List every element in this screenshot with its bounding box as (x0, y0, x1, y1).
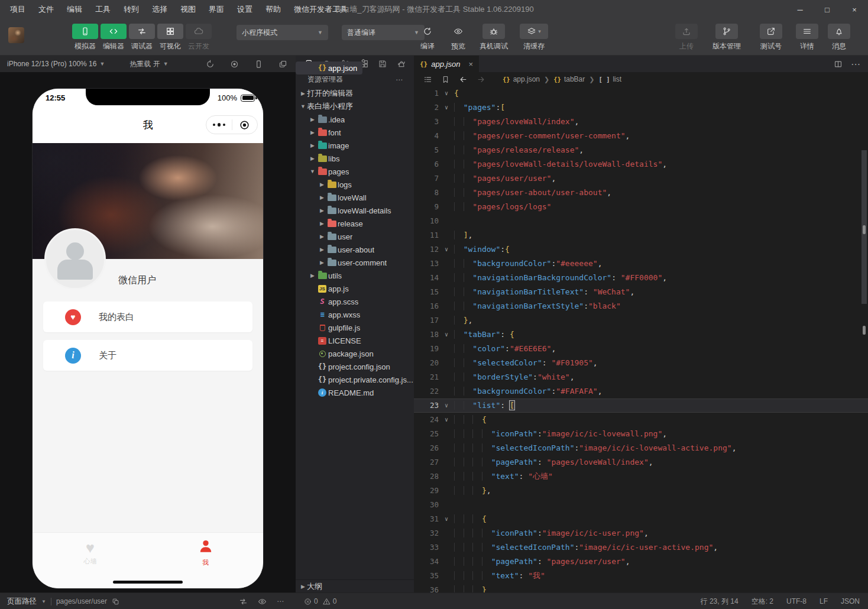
code-line-5[interactable]: 5 "pages/release/release", (414, 143, 868, 157)
tree-item-loveWall-details[interactable]: ▶loveWall-details (296, 204, 414, 217)
tree-item-app.json[interactable]: {}app.json (296, 61, 362, 74)
toolbar-button-消息[interactable]: 消息 (825, 24, 853, 51)
chevron-right-icon[interactable]: ▶ (309, 142, 316, 148)
bookmark-icon[interactable] (441, 75, 450, 84)
phone-tab-心墙[interactable]: ♥心墙 (33, 533, 148, 573)
toolbar-action-清缓存[interactable]: ▾清缓存 (516, 24, 552, 51)
menubar-item-项目[interactable]: 项目 (4, 0, 32, 19)
close-target-icon[interactable] (232, 119, 258, 131)
code-line-1[interactable]: 1∨{ (414, 86, 868, 101)
code-line-22[interactable]: 22 "backgroundColor":"#FAFAFA", (414, 384, 868, 399)
close-button[interactable]: × (841, 0, 868, 19)
more-dots-icon[interactable] (206, 123, 232, 127)
device-select[interactable]: iPhone 12/13 (Pro) 100% 16▼ (7, 60, 105, 68)
copy-icon[interactable] (112, 598, 119, 605)
code-line-25[interactable]: 25 "iconPath":"image/ic/ic-lovewall.png"… (414, 427, 868, 441)
tree-item-user-comment[interactable]: ▶user-comment (296, 256, 414, 269)
rotate-icon[interactable] (206, 60, 215, 69)
toolbar-action-编译[interactable]: 编译 (414, 24, 441, 51)
code-area[interactable]: 1∨{2∨ "pages":[3 "pages/loveWall/index",… (414, 86, 868, 597)
menubar-item-工具[interactable]: 工具 (89, 0, 117, 19)
hot-reload-toggle[interactable]: 热重载 开▼ (129, 59, 168, 69)
encoding[interactable]: UTF-8 (786, 597, 807, 605)
toolbar-action-预览[interactable]: 预览 (445, 24, 472, 51)
tree-item-user[interactable]: ▶user (296, 230, 414, 243)
toolbar-action-真机调试[interactable]: 真机调试 (475, 24, 512, 51)
tree-item-project.private.config.js...[interactable]: {}project.private.config.js... (296, 373, 414, 386)
menu-item-我的表白[interactable]: ♥我的表白 (43, 302, 252, 332)
eye-icon[interactable] (258, 597, 267, 606)
menubar-item-转到[interactable]: 转到 (117, 0, 145, 19)
breadcrumb-item-app.json[interactable]: {}app.json (503, 75, 540, 83)
chevron-right-icon[interactable]: ▶ (318, 260, 326, 265)
tree-item-pages[interactable]: ▼pages (296, 165, 414, 178)
tree-item-loveWall[interactable]: ▶loveWall (296, 191, 414, 204)
code-line-18[interactable]: 18∨ "tabBar": { (414, 328, 868, 342)
fold-chevron-icon[interactable]: ∨ (439, 413, 454, 427)
menubar-item-选择[interactable]: 选择 (145, 0, 174, 19)
code-line-8[interactable]: 8 "pages/user-about/user-about", (414, 186, 868, 200)
close-icon[interactable]: × (468, 60, 473, 69)
chevron-right-icon[interactable]: ▶ (318, 208, 326, 213)
code-line-24[interactable]: 24∨ { (414, 413, 868, 427)
user-avatar[interactable] (8, 27, 24, 43)
tree-item-libs[interactable]: ▶libs (296, 152, 414, 165)
code-line-19[interactable]: 19 "color":"#E6E6E6", (414, 342, 868, 356)
code-line-17[interactable]: 17 }, (414, 313, 868, 328)
code-line-2[interactable]: 2∨ "pages":[ (414, 101, 868, 115)
maximize-button[interactable]: □ (814, 0, 841, 19)
chevron-right-icon[interactable]: ▶ (299, 90, 307, 96)
chevron-right-icon[interactable]: ▶ (309, 129, 316, 135)
menubar-item-文件[interactable]: 文件 (32, 0, 60, 19)
code-line-27[interactable]: 27 "pagePath": "pages/loveWall/index", (414, 455, 868, 469)
chevron-right-icon[interactable]: ▶ (318, 221, 326, 226)
tree-item-app.scss[interactable]: Sapp.scss (296, 295, 414, 308)
more-icon[interactable]: ⋯ (277, 597, 284, 605)
code-line-33[interactable]: 33 "selectedIconPath":"image/ic/ic-user-… (414, 540, 868, 555)
menubar-item-设置[interactable]: 设置 (231, 0, 259, 19)
more-icon[interactable]: ⋯ (851, 59, 861, 70)
tree-item-app.js[interactable]: JSapp.js (296, 282, 414, 295)
toolbar-button-测试号[interactable]: 测试号 (753, 24, 789, 51)
code-line-34[interactable]: 34 "pagePath": "pages/user/user", (414, 555, 868, 569)
tree-item-README.md[interactable]: iREADME.md (296, 386, 414, 399)
eol-setting[interactable]: LF (820, 597, 828, 605)
code-line-14[interactable]: 14 "navigationBarBackgroundColor": "#FF0… (414, 271, 868, 285)
chevron-down-icon[interactable]: ▼ (299, 103, 307, 109)
problems-section[interactable]: 0 0 (304, 593, 336, 609)
tree-item-package.json[interactable]: package.json (296, 347, 414, 360)
tree-item-打开的编辑器[interactable]: ▶打开的编辑器 (296, 87, 414, 100)
toolbar-button-编辑器[interactable]: 编辑器 (99, 24, 128, 51)
page-path-label[interactable]: 页面路径 (7, 597, 37, 607)
code-line-9[interactable]: 9 "pages/logs/logs" (414, 200, 868, 214)
code-line-7[interactable]: 7 "pages/user/user", (414, 171, 868, 186)
tree-item-gulpfile.js[interactable]: gulpfile.js (296, 321, 414, 334)
code-line-6[interactable]: 6 "pages/loveWall-details/loveWall-detai… (414, 157, 868, 171)
debug-icon[interactable] (239, 597, 248, 606)
device-icon[interactable] (254, 60, 263, 69)
toolbar-button-详情[interactable]: 详情 (793, 24, 821, 51)
tree-item-image[interactable]: ▶image (296, 139, 414, 152)
toolbar-button-模拟器[interactable]: 模拟器 (71, 24, 99, 51)
chevron-right-icon[interactable]: ▶ (318, 234, 326, 239)
windows-icon[interactable] (278, 60, 287, 69)
arrow-right-icon[interactable] (477, 75, 485, 84)
chevron-right-icon[interactable]: ▶ (318, 195, 326, 200)
chevron-right-icon[interactable]: ▶ (318, 247, 326, 252)
tree-item-project.config.json[interactable]: {}project.config.json (296, 360, 414, 373)
code-line-16[interactable]: 16 "navigationBarTextStyle":"black" (414, 299, 868, 313)
toolbar-button-可视化[interactable]: 可视化 (156, 24, 184, 51)
user-avatar-placeholder[interactable] (44, 228, 106, 290)
code-line-13[interactable]: 13 "backgroundColor":"#eeeeee", (414, 257, 868, 271)
code-line-3[interactable]: 3 "pages/loveWall/index", (414, 115, 868, 129)
fold-chevron-icon[interactable]: ∨ (439, 512, 454, 526)
tree-item-release[interactable]: ▶release (296, 217, 414, 230)
tree-item-utils[interactable]: ▶utils (296, 269, 414, 282)
toolbar-button-调试器[interactable]: 调试器 (128, 24, 156, 51)
chevron-right-icon[interactable]: ▶ (309, 156, 316, 161)
fold-chevron-icon[interactable]: ∨ (439, 328, 454, 342)
outline-section[interactable]: ▶ 大纲 (296, 579, 414, 592)
indent-setting[interactable]: 空格: 2 (752, 597, 773, 607)
code-line-11[interactable]: 11 ], (414, 228, 868, 242)
toolbar-button-版本管理[interactable]: 版本管理 (705, 24, 749, 51)
